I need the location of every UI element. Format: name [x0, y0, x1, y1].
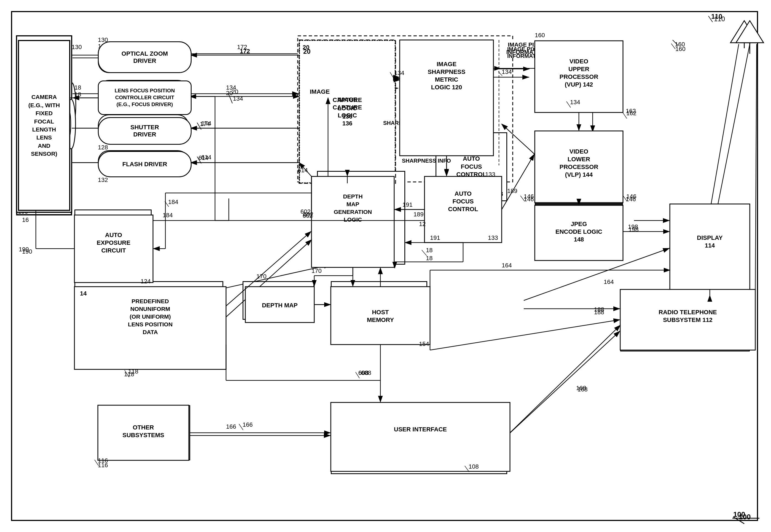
ref-100: 100 — [739, 513, 751, 521]
flash-ref: 132 — [98, 176, 108, 184]
ref-166: 166 — [226, 423, 236, 430]
predefined-ref-118: 118 — [124, 371, 134, 378]
ref-174: 174 — [200, 120, 210, 128]
ref-20: 20 — [226, 90, 233, 97]
ref-134b: 134 — [571, 105, 581, 112]
depth-map-gen-box: DEPTHMAPGENERATIONLOGIC — [317, 171, 405, 265]
user-interface-box: USER INTERFACE 108 — [331, 405, 507, 474]
sharpness-info-label: SHARPNESS INFO — [383, 120, 432, 126]
ref-198: 198 — [628, 226, 639, 233]
vlp-ref-162: 162 — [626, 108, 636, 115]
ref-18b: 18 — [425, 237, 431, 244]
optical-zoom-main-box: OPTICAL ZOOMDRIVER — [98, 41, 192, 73]
ref-170: 170 — [311, 267, 322, 275]
video-upper-box: VIDEOUPPERPROCESSOR(VUP) 142 — [535, 41, 623, 112]
lens-focus-main-box: LENS FOCUS POSITIONCONTROLLER CIRCUIT(E.… — [98, 80, 192, 115]
ref-602: 602 — [300, 208, 311, 215]
jpeg-ref-146a: 146 — [524, 196, 534, 203]
diagram-container: CAMERA (E.G., WITH FIXED FOCAL LENGTH LE… — [0, 0, 771, 532]
ref-12: 12 — [477, 201, 483, 208]
ref-184: 184 — [163, 212, 173, 219]
camera-ref: 16 — [22, 216, 29, 224]
svg-marker-33 — [730, 21, 758, 43]
flash-main-box: FLASH DRIVER — [98, 151, 192, 177]
host-memory-box: HOSTMEMORY 154 — [331, 281, 427, 342]
vup-ref-160: 160 — [535, 32, 545, 39]
ref-172: 172 — [237, 44, 247, 51]
ref-168: 168 — [576, 385, 586, 392]
auto-exposure-box: AUTOEXPOSURECIRCUIT 124 — [74, 209, 152, 278]
ref-614: 614 — [198, 154, 209, 162]
camera-main-box: CAMERA(E.G., WITHFIXEDFOCALLENGTHLENSAND… — [18, 40, 70, 211]
jpeg-encode-box: JPEGENCODE LOGIC148 — [535, 204, 623, 259]
ref-189: 189 — [413, 211, 424, 218]
display-ref-164: 164 — [604, 278, 614, 286]
ref-110: 110 — [714, 15, 725, 23]
shutter-main-box: SHUTTERDRIVER — [98, 117, 192, 145]
ref-608: 608 — [358, 369, 369, 377]
radio-box: RADIO TELEPHONESUBSYSTEM 112 — [620, 291, 750, 351]
auto-focus-box: AUTOFOCUSCONTROL 133 — [436, 132, 507, 201]
shutter-ref: 128 — [98, 144, 108, 151]
antenna-symbol — [728, 18, 761, 48]
ref-191: 191 — [471, 182, 482, 189]
video-lower-box: VIDEOLOWERPROCESSOR(VLP) 144 — [535, 132, 623, 204]
jpeg-ref-146b: 146 — [626, 196, 636, 203]
image-capture-box: 20 IMAGECAPTURELOGIC136 — [299, 40, 396, 183]
other-sub-ref: 116 — [98, 462, 108, 469]
predefined-box: 14 PREDEFINEDNONUNIFORM(OR UNIFORM)LENS … — [74, 281, 223, 369]
depth-map-store-box: DEPTH MAP — [243, 281, 314, 320]
ref-130-arrow: 130 — [72, 44, 82, 51]
ref-160-diag: 160 — [675, 45, 686, 53]
ref-18a: 18 — [74, 84, 81, 91]
radio-ref-188: 188 — [594, 309, 604, 316]
other-subsystems-box: OTHERSUBSYSTEMS — [102, 405, 190, 460]
